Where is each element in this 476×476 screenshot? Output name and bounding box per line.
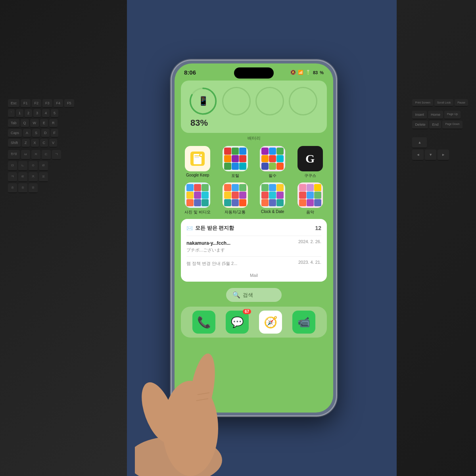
dock-facetime[interactable]: 📹	[292, 311, 315, 334]
battery-circle-4	[289, 87, 317, 115]
battery-widget-label: 배터리	[181, 135, 327, 141]
battery-level: 83	[313, 70, 318, 75]
search-bar[interactable]: 🔍 검색	[226, 288, 282, 302]
google-icon: G	[298, 146, 323, 171]
app-google[interactable]: G 구구스	[294, 146, 327, 178]
clock-label: Clock & Date	[261, 209, 284, 214]
battery-circle-3	[255, 87, 284, 115]
dock-phone[interactable]: 📞	[192, 311, 215, 334]
silent-icon: 🔕	[290, 70, 296, 75]
svg-rect-7	[200, 154, 202, 156]
music-mini-grid	[298, 182, 323, 208]
auto-icon	[223, 182, 248, 208]
dock: 📞 💬 67 🧭 📹	[181, 307, 327, 338]
clock-icon	[260, 182, 285, 208]
wifi-icon: 📶	[298, 70, 303, 75]
portal-mini-grid	[223, 146, 248, 171]
google-keep-icon	[185, 146, 210, 171]
battery-circle-2	[222, 87, 251, 115]
music-label: 음악	[306, 209, 314, 215]
app-grid-row2: 사진 및 비디오	[181, 182, 327, 215]
search-icon: 🔍	[232, 291, 240, 299]
app-grid-row1: Google Keep	[181, 146, 327, 178]
google-letter: G	[305, 152, 315, 165]
mail-from-1: nakamura-y...fcch...	[186, 240, 230, 246]
photo-icon	[185, 182, 210, 208]
dock-messages[interactable]: 💬 67	[226, 311, 249, 334]
essential-mini-grid	[260, 146, 285, 171]
app-music[interactable]: 음악	[294, 182, 327, 215]
mail-envelope-icon: ✉️	[186, 225, 193, 231]
dynamic-island	[234, 67, 274, 79]
mail-item-1[interactable]: nakamura-y...fcch... 2024. 2. 26. プチボ...…	[186, 236, 321, 256]
app-auto[interactable]: 자동차/교통	[219, 182, 252, 215]
phone-dial-icon: 📞	[197, 316, 211, 329]
google-keep-svg	[190, 152, 205, 166]
portal-icon	[223, 146, 248, 171]
safari-icon: 🧭	[264, 316, 278, 329]
app-google-keep[interactable]: Google Keep	[181, 146, 215, 178]
music-icon	[298, 182, 323, 208]
mail-count: 12	[315, 225, 321, 231]
battery-widget[interactable]: 📱 83%	[181, 81, 327, 133]
photo-label: 사진 및 비디오	[184, 209, 211, 215]
battery-percent: 83%	[189, 118, 208, 128]
mail-widget[interactable]: ✉️ 모든 받은 편지함 12 nakamura-y...fcch... 202…	[181, 219, 327, 282]
facetime-icon: 📹	[298, 316, 310, 328]
app-essential[interactable]: 필수	[256, 146, 290, 178]
mail-item-1-header: nakamura-y...fcch... 2024. 2. 26.	[186, 239, 321, 246]
messages-badge: 67	[243, 309, 251, 314]
phone-screen: 8:06 🔕 📶 🔋 83%	[175, 63, 333, 413]
mail-item-2[interactable]: 2023. 4. 21. 램 정책 변경 안내 (5월 2...	[186, 256, 321, 270]
battery-icon: 🔋	[305, 70, 311, 75]
svg-rect-5	[194, 157, 199, 158]
photo-mini-grid	[185, 182, 210, 208]
app-portal[interactable]: 포털	[219, 146, 252, 178]
app-clock-date[interactable]: Clock & Date	[256, 182, 290, 215]
mail-preview-1: プチボ...ございます	[186, 247, 321, 253]
mail-footer: Mail	[186, 273, 321, 278]
screen-content: 📱 83% 배터리	[175, 77, 333, 345]
mail-date-2: 2023. 4. 21.	[298, 260, 321, 265]
google-label: 구구스	[304, 173, 316, 178]
mail-title: ✉️ 모든 받은 편지함	[186, 225, 234, 232]
status-icons: 🔕 📶 🔋 83%	[290, 70, 324, 75]
app-photo-video[interactable]: 사진 및 비디오	[181, 182, 215, 215]
clock-mini-grid	[260, 182, 285, 208]
auto-label: 자동차/교통	[225, 209, 246, 215]
search-label: 검색	[243, 292, 253, 299]
portal-label: 포털	[231, 173, 239, 178]
google-keep-label: Google Keep	[186, 173, 209, 177]
essential-icon	[260, 146, 285, 171]
essential-label: 필수	[269, 173, 276, 178]
battery-circles: 📱	[189, 87, 319, 115]
mail-header: ✉️ 모든 받은 편지함 12	[186, 225, 321, 232]
status-time: 8:06	[184, 69, 196, 76]
auto-mini-grid	[223, 182, 248, 208]
battery-circle-phone: 📱	[189, 87, 217, 115]
battery-progress-ring	[189, 87, 217, 115]
dock-safari[interactable]: 🧭	[259, 311, 282, 334]
mail-date-1: 2024. 2. 26.	[298, 239, 321, 244]
messages-icon: 💬	[231, 316, 244, 328]
